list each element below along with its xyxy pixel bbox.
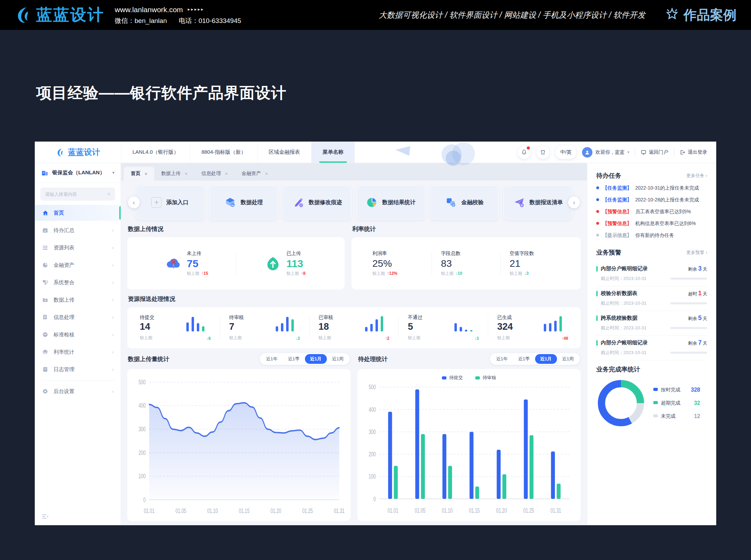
portfolio-label: 作品案例	[684, 6, 736, 24]
cloud-error-icon	[165, 256, 181, 270]
topnav-item-version[interactable]: LANL4.0（银行版）	[121, 142, 190, 163]
range-year[interactable]: 近1年	[261, 354, 283, 364]
range-week[interactable]: 近1周	[327, 354, 349, 364]
task-dot	[596, 222, 599, 225]
range-quarter[interactable]: 近1季	[513, 354, 535, 364]
topnav-item-indicator[interactable]: 8804-指标版（新）	[190, 142, 257, 163]
close-icon[interactable]: ×	[225, 171, 228, 176]
theme-button[interactable]	[536, 146, 550, 159]
warning-item[interactable]: 内部分户账明细记录 剩余3天 截止时间：2023-10-31	[596, 262, 707, 286]
sparkline	[186, 316, 211, 332]
lanlan-logo-icon	[15, 6, 33, 24]
range-month[interactable]: 近1月	[535, 354, 557, 364]
svg-text:01.15: 01.15	[239, 507, 250, 514]
notification-button[interactable]	[518, 146, 531, 159]
sidebar-item-resource-list[interactable]: 资源列表 ›	[35, 240, 121, 256]
tab-data-upload[interactable]: 数据上传×	[154, 167, 195, 181]
topnav-item-menu-name[interactable]: 菜单名称	[311, 142, 355, 163]
return-portal-button[interactable]: 返回门户	[641, 149, 668, 155]
language-toggle[interactable]: 中/英	[555, 146, 577, 159]
progress-bar	[670, 302, 707, 304]
quick-action-report-list[interactable]: 数据报送清单	[503, 185, 572, 219]
range-month[interactable]: 近1月	[305, 354, 327, 364]
shirt-icon	[540, 149, 546, 155]
sidebar-item-log-management[interactable]: 日志管理 ›	[35, 361, 121, 377]
task-item[interactable]: 【提示信息】你有新的待办任务	[596, 232, 707, 239]
svg-text:01.05: 01.05	[415, 506, 426, 514]
stat-rejected: 不通过 5 较上期 ↓3	[399, 314, 488, 341]
carousel-prev-button[interactable]: ‹	[128, 197, 140, 208]
close-icon[interactable]: ×	[265, 171, 268, 176]
sidebar-item-standard-check[interactable]: 标准检核 ›	[35, 327, 121, 343]
list-icon	[42, 245, 48, 251]
carousel-next-button[interactable]: ›	[568, 197, 580, 208]
warning-item[interactable]: 内部分户账明细记录 剩余7天 截止时间：2023-10-31	[596, 336, 707, 360]
completion-donut-section: 按时完成328超期完成32未完成12	[596, 378, 707, 428]
range-selector: 近1年 近1季 近1月 近1周	[490, 353, 580, 365]
portfolio-link[interactable]: 作品案例	[665, 6, 736, 24]
sidebar: 银保监会（LANLAN） ▾ 首页 待办汇总 › 资源列	[35, 163, 121, 525]
logout-icon	[680, 150, 685, 155]
quick-action-data-trace[interactable]: 数据修改痕迹	[283, 185, 352, 219]
stat-to-submit: 待提交 14 较上期 ↓8	[131, 314, 220, 341]
sidebar-item-financial-assets[interactable]: 金融资产 ›	[35, 257, 121, 273]
sidebar-search[interactable]	[40, 187, 115, 201]
task-item[interactable]: 【预警信息】机构信息表空表率已达到6%	[596, 220, 707, 227]
sidebar-item-backend-settings[interactable]: 后台设置 ›	[35, 383, 121, 399]
tab-financial-assets[interactable]: 金融资产×	[235, 167, 275, 181]
quick-action-carousel: ‹ + 添加入口 数据处理 数据修改痕迹	[127, 185, 581, 219]
task-item[interactable]: 【任务监测】2022-10-28的上报任务未完成	[596, 197, 707, 203]
more-tasks-link[interactable]: 更多任务 ›	[686, 173, 707, 179]
home-icon	[42, 210, 49, 216]
paper-plane-decor-icon	[396, 146, 413, 159]
sidebar-item-info-processing[interactable]: 信息处理 ›	[35, 309, 121, 325]
sidebar-item-todo-summary[interactable]: 待办汇总 ›	[35, 222, 121, 238]
tab-home[interactable]: 首页×	[124, 167, 154, 181]
sidebar-item-home[interactable]: 首页	[35, 205, 121, 221]
progress-bar	[670, 327, 707, 329]
quick-action-data-processing[interactable]: 数据处理	[209, 185, 278, 219]
stat-value: 75	[187, 258, 208, 269]
svg-text:400: 400	[138, 402, 146, 409]
paper-plane-icon	[513, 197, 525, 208]
warning-item[interactable]: 跨系统校验数据 剩余5天 截止时间：2023-10-31	[596, 311, 707, 336]
task-item[interactable]: 【预警信息】员工表表空值率已达到5%	[596, 208, 707, 215]
range-week[interactable]: 近1周	[557, 354, 579, 364]
quick-action-financial-check[interactable]: 金融校验	[430, 185, 499, 219]
avatar	[582, 147, 592, 158]
pending-bar-chart: 010020030040050001.0101.0501.1001.1501.2…	[362, 382, 576, 519]
sidebar-collapse-button[interactable]	[35, 509, 121, 525]
more-warnings-link[interactable]: 更多预警 ›	[686, 249, 707, 256]
progress-bar	[670, 352, 707, 354]
sidebar-item-rate-statistics[interactable]: 利率统计 ›	[35, 344, 121, 360]
calendar-check-icon	[42, 227, 48, 233]
svg-text:0: 0	[373, 495, 376, 502]
sidebar-item-system-integration[interactable]: 系统整合 ›	[35, 274, 121, 290]
svg-text:200: 200	[138, 449, 146, 456]
topnav-item-regional-report[interactable]: 区域金融报表	[257, 142, 311, 163]
logout-button[interactable]: 退出登录	[680, 149, 707, 155]
topbar-actions: 中/英 欢迎你，蓝蓝 ▾ 返回门户 退出登录	[518, 142, 716, 163]
org-selector[interactable]: 银保监会（LANLAN） ▾	[35, 163, 121, 183]
chevron-right-icon: ›	[112, 227, 114, 233]
user-menu[interactable]: 欢迎你，蓝蓝 ▾	[582, 147, 629, 158]
quick-action-add-entry[interactable]: + 添加入口	[136, 185, 204, 219]
warning-item[interactable]: 校验分析数据表 超时1天 截止时间：2023-10-31	[596, 286, 707, 311]
range-quarter[interactable]: 近1季	[283, 354, 305, 364]
quick-action-result-stats[interactable]: 数据结果统计	[356, 185, 425, 219]
search-input[interactable]	[45, 191, 107, 197]
notification-badge	[527, 146, 530, 150]
section-title-resource: 资源报送处理情况	[128, 295, 580, 303]
right-panel: 待办任务 更多任务 › 【任务监测】2022-10-31的上报任务未完成 【任务…	[587, 163, 716, 525]
range-year[interactable]: 近1年	[491, 354, 513, 364]
sidebar-item-data-upload[interactable]: 数据上传 ›	[35, 292, 121, 308]
stat-value: 113	[286, 258, 306, 269]
stat-to-review: 待审核 7 较上期 ↓2	[220, 314, 309, 341]
close-icon[interactable]: ×	[145, 171, 147, 176]
building-icon	[41, 169, 49, 177]
site-url: www.lanlanwork.com	[115, 4, 183, 16]
tab-info-processing[interactable]: 信息处理×	[194, 167, 235, 181]
task-item[interactable]: 【任务监测】2022-10-31的上报任务未完成	[596, 185, 707, 191]
close-icon[interactable]: ×	[185, 171, 188, 176]
stat-profit-rate: 利润率 25% 较上期↑12%	[363, 250, 431, 277]
